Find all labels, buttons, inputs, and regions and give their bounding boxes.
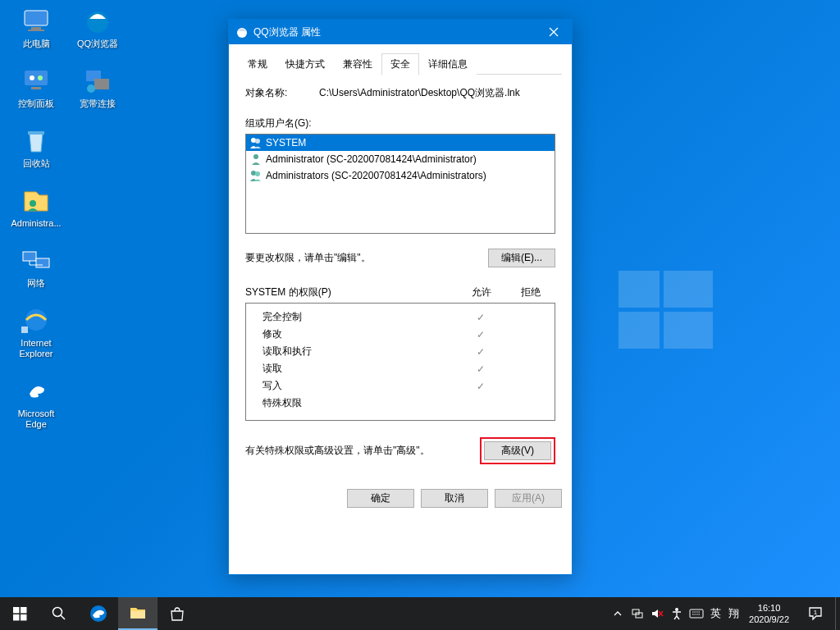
users-listbox[interactable]: SYSTEM Administrator (SC-202007081424\Ad… bbox=[245, 134, 555, 234]
icon-label: 网络 bbox=[27, 278, 45, 289]
icon-network[interactable]: 网络 bbox=[8, 244, 64, 289]
edge-icon bbox=[89, 604, 108, 623]
tabs: 常规 快捷方式 兼容性 安全 详细信息 bbox=[239, 52, 562, 75]
chevron-up-icon bbox=[614, 609, 622, 618]
taskbar: 英 翔 16:10 2020/9/22 1 bbox=[0, 597, 840, 630]
svg-rect-2 bbox=[619, 312, 660, 349]
apply-button[interactable]: 应用(A) bbox=[495, 489, 562, 508]
svg-rect-3 bbox=[664, 312, 713, 349]
taskbar-edge[interactable] bbox=[79, 597, 118, 630]
dialog-footer: 确定 取消 应用(A) bbox=[229, 481, 572, 519]
tab-details[interactable]: 详细信息 bbox=[419, 53, 477, 75]
svg-rect-32 bbox=[13, 607, 20, 614]
icon-label: 控制面板 bbox=[18, 98, 54, 109]
svg-rect-39 bbox=[130, 611, 145, 619]
tab-general[interactable]: 常规 bbox=[239, 53, 276, 75]
tab-security[interactable]: 安全 bbox=[381, 53, 419, 75]
icon-recycle-bin[interactable]: 回收站 bbox=[8, 124, 64, 169]
tray-volume[interactable] bbox=[647, 597, 667, 630]
svg-rect-10 bbox=[31, 87, 41, 89]
icon-label: QQ浏览器 bbox=[77, 39, 118, 49]
close-button[interactable] bbox=[535, 20, 572, 44]
svg-point-36 bbox=[53, 608, 62, 617]
icon-ie[interactable]: Internet Explorer bbox=[8, 304, 64, 359]
accessibility-icon bbox=[670, 607, 683, 620]
group-icon bbox=[249, 169, 262, 182]
tray-eoa[interactable] bbox=[667, 597, 687, 630]
ime-mode[interactable]: 翔 bbox=[724, 597, 742, 630]
tray-keyboard[interactable] bbox=[687, 597, 706, 630]
show-desktop[interactable] bbox=[835, 597, 840, 630]
time: 16:10 bbox=[749, 602, 789, 614]
svg-rect-14 bbox=[36, 258, 49, 267]
edit-hint: 要更改权限，请单击"编辑"。 bbox=[245, 251, 371, 265]
app-icon bbox=[235, 25, 249, 39]
edit-button[interactable]: 编辑(E)... bbox=[488, 249, 555, 267]
action-center[interactable]: 1 bbox=[796, 597, 835, 630]
icon-administrator[interactable]: Administra... bbox=[8, 184, 64, 229]
ime-lang[interactable]: 英 bbox=[706, 597, 724, 630]
windows-icon bbox=[13, 607, 27, 621]
user-item-administrator[interactable]: Administrator (SC-202007081424\Administr… bbox=[246, 151, 555, 167]
icon-edge[interactable]: Microsoft Edge bbox=[8, 374, 64, 430]
tab-compat[interactable]: 兼容性 bbox=[334, 53, 381, 75]
icon-broadband[interactable]: 宽带连接 bbox=[70, 64, 126, 109]
advanced-button[interactable]: 高级(V) bbox=[484, 441, 551, 460]
svg-rect-7 bbox=[25, 71, 48, 85]
svg-point-23 bbox=[87, 84, 95, 93]
icon-label: 宽带连接 bbox=[80, 98, 116, 109]
user-name: Administrators (SC-202007081424\Administ… bbox=[266, 170, 486, 181]
svg-rect-35 bbox=[21, 614, 27, 621]
cancel-button[interactable]: 取消 bbox=[421, 489, 488, 508]
advanced-hint: 有关特殊权限或高级设置，请单击"高级"。 bbox=[245, 444, 430, 458]
window-title: QQ浏览器 属性 bbox=[253, 25, 321, 39]
svg-rect-0 bbox=[619, 271, 660, 308]
svg-point-44 bbox=[675, 608, 678, 611]
object-name-value: C:\Users\Administrator\Desktop\QQ浏览器.lnk bbox=[319, 86, 555, 100]
taskbar-store[interactable] bbox=[158, 597, 197, 630]
svg-rect-1 bbox=[664, 271, 713, 308]
search-button[interactable] bbox=[39, 597, 79, 630]
icon-qq-browser[interactable]: QQ浏览器 bbox=[70, 4, 126, 49]
icon-label: Administra... bbox=[11, 218, 61, 229]
tab-content: 对象名称: C:\Users\Administrator\Desktop\QQ浏… bbox=[239, 75, 562, 471]
svg-line-37 bbox=[61, 615, 65, 619]
desktop-icons-col2: QQ浏览器 宽带连接 bbox=[70, 4, 126, 109]
user-item-administrators[interactable]: Administrators (SC-202007081424\Administ… bbox=[246, 167, 555, 184]
svg-rect-6 bbox=[28, 30, 44, 31]
tray-network[interactable] bbox=[628, 597, 647, 630]
store-icon bbox=[169, 605, 185, 622]
icon-this-pc[interactable]: 此电脑 bbox=[8, 4, 64, 49]
perm-row: 特殊权限 bbox=[246, 395, 555, 412]
perm-row: 读取✓ bbox=[246, 360, 555, 377]
svg-point-27 bbox=[251, 138, 256, 143]
svg-point-17 bbox=[25, 309, 47, 331]
user-name: Administrator (SC-202007081424\Administr… bbox=[266, 153, 477, 165]
desktop: 此电脑 控制面板 回收站 Administra... 网络 Internet E… bbox=[0, 0, 840, 630]
icon-label: 回收站 bbox=[23, 158, 50, 169]
tab-shortcut[interactable]: 快捷方式 bbox=[276, 53, 334, 75]
search-icon bbox=[52, 606, 66, 621]
desktop-icons-col1: 此电脑 控制面板 回收站 Administra... 网络 Internet E… bbox=[8, 4, 64, 430]
clock[interactable]: 16:10 2020/9/22 bbox=[742, 602, 796, 625]
svg-text:1: 1 bbox=[814, 609, 818, 616]
icon-label: Internet Explorer bbox=[20, 338, 53, 359]
user-item-system[interactable]: SYSTEM bbox=[246, 135, 555, 151]
date: 2020/9/22 bbox=[749, 614, 789, 625]
svg-rect-11 bbox=[28, 131, 44, 135]
start-button[interactable] bbox=[0, 597, 39, 630]
group-users-label: 组或用户名(G): bbox=[245, 116, 555, 130]
titlebar[interactable]: QQ浏览器 属性 bbox=[229, 20, 572, 44]
notification-icon: 1 bbox=[807, 605, 824, 622]
svg-point-12 bbox=[30, 200, 36, 207]
svg-rect-45 bbox=[690, 609, 703, 618]
ok-button[interactable]: 确定 bbox=[347, 489, 414, 508]
taskbar-explorer[interactable] bbox=[118, 597, 158, 630]
perm-row: 读取和执行✓ bbox=[246, 343, 555, 360]
advanced-highlight: 高级(V) bbox=[480, 437, 555, 464]
check-icon: ✓ bbox=[456, 329, 505, 340]
tray-expand[interactable] bbox=[608, 597, 628, 630]
svg-rect-4 bbox=[25, 11, 48, 25]
icon-control-panel[interactable]: 控制面板 bbox=[8, 64, 64, 109]
svg-point-30 bbox=[251, 171, 256, 176]
